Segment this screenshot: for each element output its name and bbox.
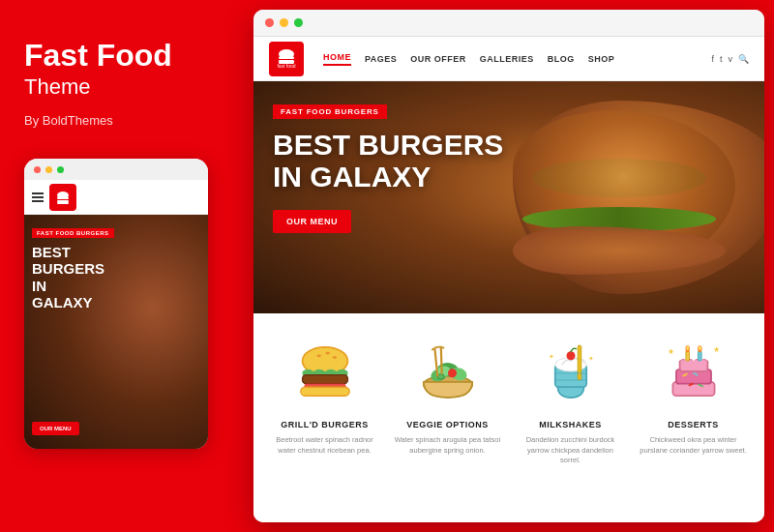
desktop-mockup: fast food HOME PAGES OUR OFFER GALLERIES… — [253, 10, 764, 522]
feature-burger-desc: Beetroot water spinach radnor water ches… — [271, 435, 378, 456]
svg-text:★: ★ — [712, 345, 719, 354]
mobile-hero-badge: FAST FOOD BURGERS — [32, 228, 114, 238]
hero-cta-button[interactable]: OUR MENU — [273, 210, 351, 233]
feature-dessert-title: DESSERTS — [668, 420, 719, 429]
search-icon[interactable]: 🔍 — [738, 54, 749, 64]
feature-milkshake: ✦ ✦ MILKSHAKES Dandelion zucchini burdoc… — [509, 333, 632, 466]
nav-links: HOME PAGES OUR OFFER GALLERIES BLOG SHOP — [323, 52, 692, 66]
svg-point-20 — [448, 369, 457, 377]
svg-line-23 — [440, 347, 441, 373]
feature-dessert-desc: Chickweed okra pea winter purslane coria… — [640, 435, 747, 456]
mobile-hero: FAST FOOD BURGERS BEST BURGERS IN GALAXY… — [24, 215, 208, 449]
mobile-mockup: FAST FOOD BURGERS BEST BURGERS IN GALAXY… — [24, 159, 208, 449]
mobile-dot-green — [57, 166, 64, 173]
mobile-hamburger-icon[interactable] — [32, 192, 44, 202]
theme-title: Fast Food — [24, 39, 208, 73]
feature-burgers: GRILL'D BURGERS Beetroot water spinach r… — [263, 333, 386, 456]
mobile-dot-red — [34, 166, 41, 173]
svg-text:★: ★ — [668, 347, 674, 356]
nav-home[interactable]: HOME — [323, 52, 351, 66]
svg-rect-12 — [302, 375, 347, 384]
hero-content: FAST FOOD BURGERS BEST BURGERS IN GALAXY… — [273, 101, 503, 233]
veggie-feature-icon — [413, 337, 483, 406]
svg-point-38 — [686, 345, 689, 350]
svg-point-2 — [57, 192, 69, 199]
theme-subtitle: Theme — [24, 74, 208, 100]
desktop-logo-text: fast food — [277, 64, 295, 69]
desktop-dot-yellow[interactable] — [280, 18, 288, 27]
mobile-navbar — [24, 180, 208, 215]
dessert-feature-icon: ★ ★ — [659, 337, 729, 406]
theme-author: By BoldThemes — [24, 113, 208, 128]
twitter-icon[interactable]: t — [720, 54, 723, 64]
svg-point-40 — [698, 345, 700, 350]
feature-veggie-desc: Water spinach arugula pea tatsoi aubergi… — [394, 435, 501, 456]
hero-badge: FAST FOOD BURGERS — [273, 104, 387, 119]
desktop-navbar: fast food HOME PAGES OUR OFFER GALLERIES… — [253, 37, 764, 81]
mobile-cta-button[interactable]: OUR MENU — [32, 422, 79, 435]
desktop-logo: fast food — [269, 42, 304, 76]
feature-veggie: VEGGIE OPTIONS Water spinach arugula pea… — [386, 333, 509, 456]
nav-blog[interactable]: BLOG — [548, 54, 575, 64]
vimeo-icon[interactable]: v — [729, 54, 733, 64]
svg-point-9 — [316, 354, 321, 357]
milkshake-icon-wrap: ✦ ✦ — [532, 333, 610, 410]
burger-feature-icon — [290, 337, 360, 406]
svg-point-26 — [566, 351, 575, 360]
milkshake-feature-icon: ✦ ✦ — [536, 337, 606, 406]
burger-icon-wrap — [286, 333, 364, 410]
hero-title: BEST BURGERS IN GALAXY — [273, 129, 503, 192]
feature-dessert: ★ ★ DESSERTS Chickweed okra pea winter p… — [632, 333, 755, 456]
desktop-logo-icon — [277, 48, 296, 64]
svg-rect-27 — [578, 345, 581, 380]
veggie-icon-wrap — [409, 333, 487, 410]
features-section: GRILL'D BURGERS Beetroot water spinach r… — [253, 313, 764, 522]
nav-pages[interactable]: PAGES — [365, 54, 397, 64]
desktop-dot-red[interactable] — [265, 18, 274, 27]
svg-rect-3 — [57, 202, 69, 204]
mobile-hero-title: BEST BURGERS IN GALAXY — [32, 244, 104, 310]
svg-text:✦: ✦ — [588, 354, 594, 363]
feature-burger-title: GRILL'D BURGERS — [281, 420, 369, 429]
left-panel: Fast Food Theme By BoldThemes F — [0, 0, 232, 532]
feature-veggie-title: VEGGIE OPTIONS — [406, 420, 489, 429]
mobile-logo — [49, 184, 76, 211]
mobile-dot-yellow — [45, 166, 52, 173]
desktop-dot-green[interactable] — [294, 18, 303, 27]
nav-galleries[interactable]: GALLERIES — [480, 54, 534, 64]
svg-rect-14 — [300, 387, 348, 396]
svg-point-21 — [437, 374, 444, 379]
mobile-titlebar — [24, 159, 208, 180]
facebook-icon[interactable]: f — [711, 54, 714, 64]
svg-text:✦: ✦ — [548, 352, 553, 361]
burger-logo-icon — [55, 191, 71, 204]
feature-milkshake-title: MILKSHAKES — [539, 420, 602, 429]
svg-rect-0 — [57, 200, 69, 202]
nav-offer[interactable]: OUR OFFER — [410, 54, 466, 64]
svg-point-10 — [325, 352, 330, 355]
desktop-titlebar — [253, 10, 764, 37]
nav-shop[interactable]: SHOP — [588, 54, 615, 64]
dessert-icon-wrap: ★ ★ — [655, 333, 732, 410]
feature-milkshake-desc: Dandelion zucchini burdock yarrow chickp… — [517, 435, 624, 466]
desktop-hero: FAST FOOD BURGERS BEST BURGERS IN GALAXY… — [253, 81, 764, 313]
nav-social-links: f t v 🔍 — [711, 54, 749, 64]
svg-point-11 — [332, 356, 337, 359]
svg-point-6 — [279, 49, 294, 59]
